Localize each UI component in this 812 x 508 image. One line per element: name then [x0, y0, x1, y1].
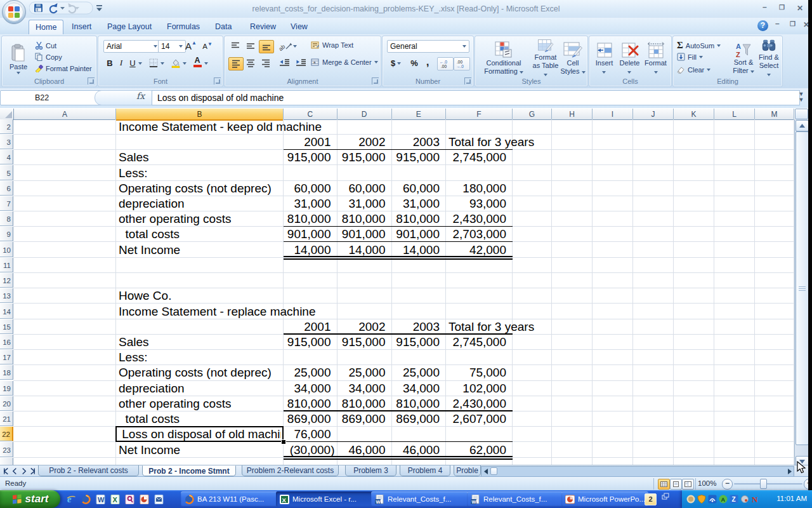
fill-handle[interactable]	[281, 439, 286, 444]
cell-B10[interactable]: Net Income	[116, 242, 180, 257]
format-cells-button[interactable]: Format	[643, 39, 669, 78]
merge-center-button[interactable]: a Merge & Center	[311, 58, 378, 66]
zoom-slider-thumb[interactable]	[760, 479, 767, 489]
formula-bar-expand-button[interactable]: ▼▼	[796, 91, 807, 103]
row-header-4[interactable]: 4	[0, 150, 13, 164]
firefox-icon[interactable]	[80, 493, 91, 505]
access-icon[interactable]	[124, 493, 135, 505]
column-header-F[interactable]: F	[446, 109, 513, 120]
cell-D10[interactable]: 14,000	[337, 242, 386, 257]
format-as-table-button[interactable]: Formatas Table	[531, 39, 560, 78]
orientation-button[interactable]: ab	[278, 39, 297, 53]
cell-F15[interactable]: Total for 3 years	[446, 319, 534, 334]
cell-B13[interactable]: Howe Co.	[116, 288, 171, 303]
cell-D6[interactable]: 60,000	[337, 181, 386, 196]
alignment-dialog-launcher[interactable]	[372, 77, 379, 84]
insert-cells-button[interactable]: Insert	[592, 39, 617, 78]
shield-icon[interactable]	[697, 495, 706, 504]
cell-B19[interactable]: depreciation	[116, 381, 185, 396]
cell-E20[interactable]: 810,000	[392, 396, 440, 411]
hscroll-left-arrow[interactable]	[482, 467, 489, 475]
cell-C15[interactable]: 2001	[284, 319, 331, 334]
app-restore-button[interactable]: ❐	[779, 4, 785, 11]
cell-E16[interactable]: 915,000	[392, 335, 440, 349]
cell-E9[interactable]: 901,000	[392, 227, 440, 241]
app-minimize-button[interactable]: –	[763, 3, 767, 11]
row-header-11[interactable]: 11	[0, 258, 13, 272]
column-header-H[interactable]: H	[552, 109, 593, 120]
row-header-14[interactable]: 14	[0, 304, 13, 318]
cell-C7[interactable]: 31,000	[284, 196, 331, 211]
row-header-2[interactable]: 2	[0, 119, 13, 134]
word-icon[interactable]: W	[95, 493, 106, 505]
cell-D23[interactable]: 46,000	[337, 442, 386, 457]
cell-D4[interactable]: 915,000	[337, 150, 386, 164]
cell-D3[interactable]: 2002	[337, 135, 386, 149]
column-header-L[interactable]: L	[714, 109, 755, 120]
cell-B18[interactable]: Operating costs (not deprec)	[116, 365, 272, 380]
cut-button[interactable]: Cut	[35, 41, 56, 50]
cell-E19[interactable]: 34,000	[392, 381, 440, 396]
cell-B9[interactable]: total costs	[116, 227, 180, 241]
sheet-tab-1[interactable]: Prob 2 - Relevant costs	[38, 465, 139, 476]
cell-E23[interactable]: 46,000	[392, 442, 440, 457]
cell-D9[interactable]: 901,000	[337, 227, 386, 241]
norton-icon[interactable]: N	[751, 495, 760, 504]
sheet-nav-first[interactable]	[2, 467, 10, 475]
cell-E15[interactable]: 2003	[392, 319, 440, 334]
page-layout-view-button[interactable]	[670, 479, 682, 490]
column-header-D[interactable]: D	[337, 109, 392, 120]
column-header-E[interactable]: E	[392, 109, 447, 120]
row-header-24[interactable]	[0, 458, 13, 465]
task-button-4[interactable]: WRelevant_Costs_f...	[467, 491, 566, 507]
sheet-nav-last[interactable]	[29, 467, 37, 475]
clipboard-dialog-launcher[interactable]	[88, 77, 95, 84]
fill-button[interactable]: Fill	[677, 53, 703, 61]
cell-C21[interactable]: 869,000	[284, 411, 331, 426]
grouped-windows-badge[interactable]: 2	[645, 493, 657, 505]
cell-B6[interactable]: Operating costs (not deprec)	[116, 181, 272, 196]
conditional-formatting-button[interactable]: ConditionalFormatting	[478, 39, 530, 78]
cell-B7[interactable]: depreciation	[116, 196, 185, 211]
row-header-12[interactable]: 12	[0, 273, 13, 288]
cell-B14[interactable]: Income Statement - replace machine	[116, 304, 316, 318]
cell-E10[interactable]: 14,000	[392, 242, 440, 257]
cell-F8[interactable]: 2,430,000	[446, 211, 506, 226]
align-middle-button[interactable]	[244, 40, 258, 52]
sheet-tab-2[interactable]: Prob 2 - Income Stmnt	[142, 465, 236, 476]
align-bottom-button[interactable]	[259, 40, 274, 53]
fill-color-dropdown[interactable]	[183, 62, 187, 65]
italic-button[interactable]: I	[116, 57, 126, 69]
wrap-text-button[interactable]: Wrap Text	[311, 41, 353, 49]
sheet-tab-5[interactable]: Problem 4	[400, 465, 450, 476]
taskbar-chevron[interactable]	[662, 493, 669, 502]
sheet-nav-prev[interactable]	[11, 467, 19, 475]
cell-B4[interactable]: Sales	[116, 150, 149, 164]
ribbon-tab-formulas[interactable]: Formulas	[160, 20, 206, 34]
task-button-2[interactable]: XMicrosoft Excel - r...	[276, 491, 376, 507]
sort-filter-button[interactable]: A Z Sort &Filter	[731, 39, 756, 78]
task-button-5[interactable]: Microsoft PowerPo...	[561, 491, 648, 507]
cell-B20[interactable]: other operating costs	[116, 396, 231, 411]
wireless-icon[interactable]	[708, 495, 717, 504]
ribbon-tab-data[interactable]: Data	[209, 20, 238, 34]
row-header-6[interactable]: 6	[0, 181, 13, 196]
sheet-tab-6[interactable]: Proble	[454, 465, 481, 476]
cell-C20[interactable]: 810,000	[284, 396, 331, 411]
shrink-font-button[interactable]: A▼	[200, 41, 215, 52]
row-header-18[interactable]: 18	[0, 365, 13, 380]
ribbon-tab-insert[interactable]: Insert	[65, 20, 98, 34]
row-header-21[interactable]: 21	[0, 411, 13, 426]
row-header-3[interactable]: 3	[0, 135, 13, 149]
hscroll-right-arrow[interactable]	[786, 467, 793, 475]
antivirus-icon[interactable]: A	[719, 495, 728, 504]
cell-C4[interactable]: 915,000	[284, 150, 331, 164]
cell-F6[interactable]: 180,000	[446, 181, 506, 196]
cell-D15[interactable]: 2002	[337, 319, 386, 334]
ribbon-tab-view[interactable]: View	[284, 20, 314, 34]
row-header-10[interactable]: 10	[0, 242, 13, 257]
cell-E7[interactable]: 31,000	[392, 196, 440, 211]
scrollbar-splitter[interactable]	[795, 109, 808, 119]
column-header-C[interactable]: C	[284, 109, 337, 120]
office-button[interactable]	[1, 0, 28, 25]
